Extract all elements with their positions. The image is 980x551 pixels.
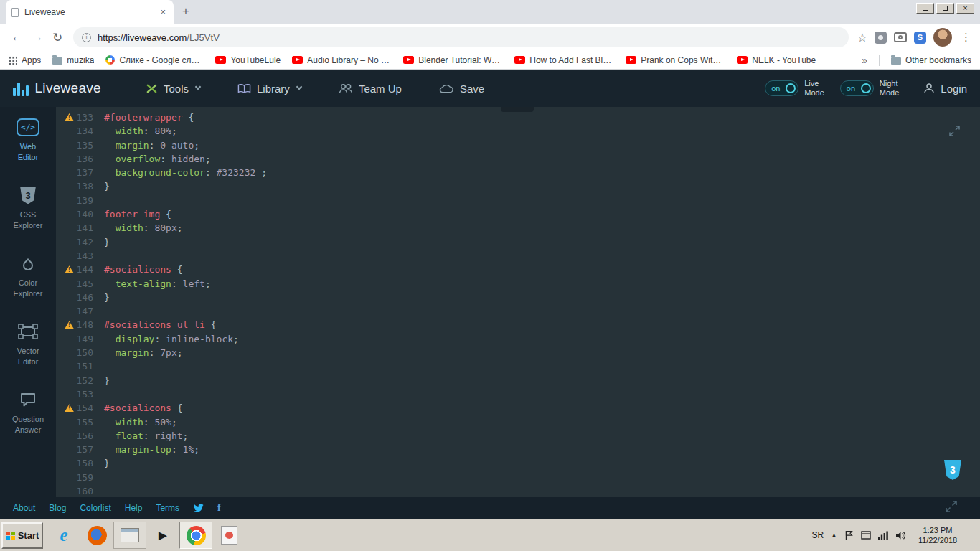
bookmarks-overflow-icon[interactable]: »	[862, 55, 867, 66]
pane-resize-handle[interactable]	[501, 107, 534, 112]
fullscreen-icon[interactable]	[946, 501, 957, 515]
show-desktop-button[interactable]	[971, 521, 976, 550]
code-line[interactable]: 146}	[56, 291, 980, 304]
code-line[interactable]: 142}	[56, 235, 980, 249]
language-indicator[interactable]: SR	[811, 530, 824, 540]
warning-icon[interactable]: !	[65, 321, 74, 329]
extension-icon-1[interactable]	[875, 32, 887, 44]
address-bar[interactable]: https://liveweave.com/LJ5VtV	[73, 27, 849, 47]
new-tab-button[interactable]: +	[182, 4, 189, 19]
code-editor[interactable]: !133#footerwrapper {134 width: 80%;135 m…	[56, 107, 980, 497]
window-tray-icon[interactable]	[861, 531, 871, 540]
live-mode-toggle[interactable]: on	[765, 80, 798, 96]
footer-link-about[interactable]: About	[13, 503, 35, 513]
tab-close-icon[interactable]: ×	[158, 6, 168, 17]
sidebar-item-color-explorer[interactable]: ColorExplorer	[0, 250, 56, 319]
footer-link-colorlist[interactable]: Colorlist	[80, 503, 110, 513]
sidebar-item-css-explorer[interactable]: 3 CSSExplorer	[0, 182, 56, 250]
code-line[interactable]: 160	[56, 484, 980, 497]
code-area[interactable]: !133#footerwrapper {134 width: 80%;135 m…	[56, 110, 980, 497]
taskbar-media-player-icon[interactable]: ►	[146, 522, 179, 549]
taskbar-app-icon[interactable]	[212, 522, 245, 549]
menu-save[interactable]: Save	[439, 83, 484, 95]
bookmark-item[interactable]: Blender Tutorial: Wood	[403, 55, 503, 65]
footer-link-help[interactable]: Help	[125, 503, 143, 513]
code-line[interactable]: 141 width: 80px;	[56, 221, 980, 235]
menu-team-up[interactable]: Team Up	[339, 83, 402, 95]
warning-icon[interactable]: !	[65, 265, 74, 273]
code-line[interactable]: 135 margin: 0 auto;	[56, 138, 980, 152]
bookmark-item[interactable]: muzika	[52, 55, 94, 65]
night-mode-toggle[interactable]: on	[840, 80, 874, 96]
back-button[interactable]: ←	[7, 30, 27, 44]
network-icon[interactable]	[878, 531, 888, 540]
code-line[interactable]: !154#socialicons {	[56, 401, 980, 415]
taskbar-file-manager-icon[interactable]	[113, 522, 146, 549]
taskbar-firefox-icon[interactable]	[80, 522, 113, 549]
volume-icon[interactable]	[895, 531, 906, 540]
menu-tools[interactable]: Tools	[146, 83, 200, 95]
bookmark-item[interactable]: Audio Library – No Cop	[292, 55, 392, 65]
code-line[interactable]: 153	[56, 387, 980, 401]
code-line[interactable]: !133#footerwrapper {	[56, 110, 980, 124]
bookmark-item[interactable]: YouTubeLule	[215, 55, 281, 65]
code-line[interactable]: !148#socialicons ul li {	[56, 318, 980, 331]
extension-icon-3[interactable]: S	[914, 32, 926, 44]
footer-link-blog[interactable]: Blog	[49, 503, 66, 513]
code-line[interactable]: 157 margin-top: 1%;	[56, 443, 980, 456]
bookmark-star-icon[interactable]: ☆	[857, 31, 867, 44]
profile-avatar[interactable]	[933, 28, 952, 47]
code-line[interactable]: 143	[56, 249, 980, 263]
page-info-icon[interactable]	[82, 33, 91, 42]
code-line[interactable]: 136 overflow: hidden;	[56, 152, 980, 166]
code-line[interactable]: !144#socialicons {	[56, 263, 980, 276]
code-line[interactable]: 134 width: 80%;	[56, 124, 980, 138]
browser-menu-icon[interactable]: ⋮	[959, 31, 973, 44]
taskbar-chrome-icon[interactable]	[179, 522, 212, 549]
code-line[interactable]: 151	[56, 359, 980, 373]
login-button[interactable]: Login	[923, 83, 967, 95]
reload-button[interactable]: ↻	[47, 30, 67, 45]
sidebar-item-vector-editor[interactable]: VectorEditor	[0, 319, 56, 387]
warning-icon[interactable]: !	[65, 404, 74, 412]
code-line[interactable]: 158}	[56, 456, 980, 470]
browser-tabstrip: Liveweave × + ×	[0, 0, 980, 24]
browser-tab[interactable]: Liveweave ×	[6, 0, 174, 24]
start-button[interactable]: Start	[1, 522, 43, 549]
code-line[interactable]: 137 background-color: #323232 ;	[56, 166, 980, 179]
bookmark-item[interactable]: Prank on Cops With Do	[626, 55, 725, 65]
code-line[interactable]: 139	[56, 194, 980, 207]
apps-shortcut[interactable]: Apps	[9, 55, 41, 65]
code-line[interactable]: 138}	[56, 179, 980, 193]
window-restore-button[interactable]	[936, 3, 954, 14]
bookmark-item[interactable]: NELK - YouTube	[737, 55, 816, 65]
code-line[interactable]: 145 text-align: left;	[56, 277, 980, 291]
bookmark-item[interactable]: Слике - Google слике	[105, 55, 204, 65]
facebook-icon[interactable]: f	[217, 502, 221, 514]
bookmark-item[interactable]: How to Add Fast Black	[514, 55, 614, 65]
code-line[interactable]: 140footer img {	[56, 207, 980, 221]
code-line[interactable]: 152}	[56, 374, 980, 387]
flag-tray-icon[interactable]	[844, 530, 854, 540]
extension-icon-2[interactable]	[894, 32, 907, 42]
code-line[interactable]: 156 float: right;	[56, 429, 980, 443]
sidebar-item-question-answer[interactable]: QuestionAnswer	[0, 387, 56, 455]
sidebar-item-web-editor[interactable]: </> WebEditor	[0, 114, 56, 182]
window-close-button[interactable]: ×	[956, 3, 974, 14]
menu-library[interactable]: Library	[237, 83, 301, 95]
pane-expand-icon[interactable]	[949, 126, 960, 138]
twitter-icon[interactable]	[193, 504, 204, 513]
window-minimize-button[interactable]	[916, 3, 934, 14]
code-line[interactable]: 155 width: 50%;	[56, 415, 980, 429]
code-line[interactable]: 149 display: inline-block;	[56, 332, 980, 346]
footer-link-terms[interactable]: Terms	[156, 503, 179, 513]
other-bookmarks[interactable]: Other bookmarks	[891, 55, 971, 65]
taskbar-ie-icon[interactable]: e	[47, 522, 80, 549]
code-line[interactable]: 147	[56, 304, 980, 318]
warning-icon[interactable]: !	[65, 113, 74, 121]
code-line[interactable]: 159	[56, 471, 980, 484]
forward-button[interactable]: →	[27, 30, 47, 44]
code-line[interactable]: 150 margin: 7px;	[56, 346, 980, 359]
hidden-icons-arrow[interactable]: ▲	[831, 532, 837, 539]
taskbar-clock[interactable]: 1:23 PM 11/22/2018	[913, 525, 962, 546]
